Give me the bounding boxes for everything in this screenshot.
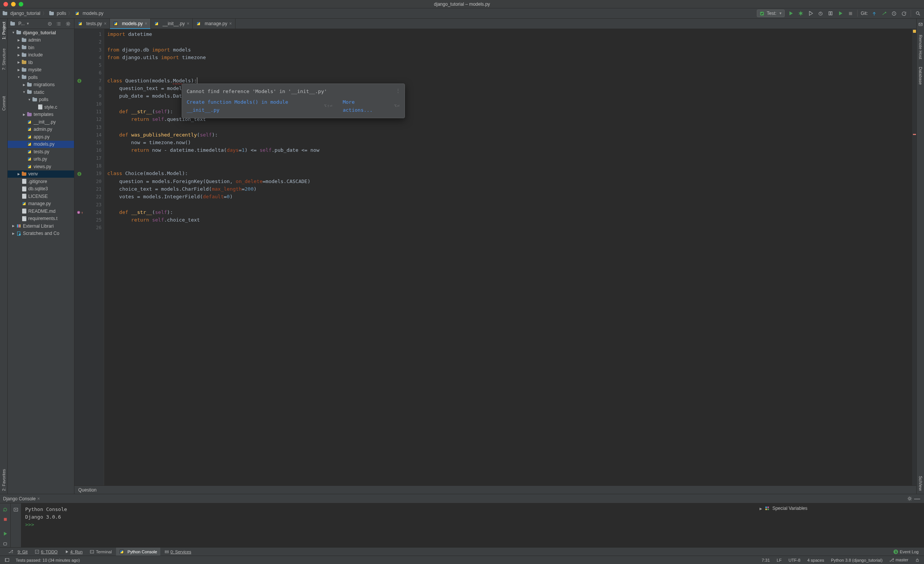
close-tab-icon[interactable]: × xyxy=(229,21,232,26)
project-tree[interactable]: django_tutorialadminbinincludelibmysitep… xyxy=(8,29,74,494)
line-number[interactable]: 11 xyxy=(84,108,102,116)
close-icon[interactable]: × xyxy=(37,496,40,501)
tree-item[interactable]: style.c xyxy=(8,103,74,111)
tree-item[interactable]: manage.py xyxy=(8,200,74,208)
error-marker[interactable] xyxy=(913,134,916,135)
tree-item[interactable]: admin xyxy=(8,37,74,44)
database-tool-tab[interactable]: Database xyxy=(918,67,923,85)
tree-item[interactable]: polls xyxy=(8,96,74,104)
git-commit-button[interactable] xyxy=(880,10,888,17)
more-options-button[interactable]: ⋮ xyxy=(395,87,401,95)
tree-item[interactable]: .gitignore xyxy=(8,178,74,185)
line-number[interactable]: 23 xyxy=(84,201,102,209)
line-number[interactable]: 10 xyxy=(84,100,102,108)
tree-item[interactable]: django_tutorial xyxy=(8,29,74,37)
indent-indicator[interactable]: 4 spaces xyxy=(805,558,826,562)
expand-arrow-icon[interactable] xyxy=(17,46,21,50)
line-number[interactable]: 9 xyxy=(84,92,102,100)
intention-action-row[interactable]: Create function Models() in module __ini… xyxy=(182,97,405,116)
sciview-tool-tab[interactable]: SciView xyxy=(918,476,923,491)
project-tool-tab[interactable]: 1: Project xyxy=(2,22,6,39)
tree-item[interactable]: bin xyxy=(8,44,74,51)
hide-button[interactable]: — xyxy=(913,495,921,503)
tree-item[interactable]: requirements.t xyxy=(8,215,74,223)
editor-breadcrumb-bar[interactable]: Question xyxy=(74,485,916,494)
rerun-button[interactable] xyxy=(837,10,844,17)
line-number[interactable]: 25 xyxy=(84,216,102,224)
interpreter-indicator[interactable]: Python 3.8 (django_tutorial) xyxy=(829,558,884,562)
editor-tab[interactable]: tests.py× xyxy=(74,19,110,29)
line-number[interactable]: 18 xyxy=(84,162,102,170)
line-number[interactable]: 3 xyxy=(84,46,102,54)
tree-item[interactable]: migrations xyxy=(8,81,74,89)
expand-arrow-icon[interactable] xyxy=(11,231,15,235)
line-number[interactable]: 14 xyxy=(84,131,102,139)
expand-arrow-icon[interactable] xyxy=(11,224,15,228)
tree-item[interactable]: apps.py xyxy=(8,133,74,141)
tree-item[interactable]: External Librari xyxy=(8,222,74,230)
tree-item[interactable]: templates xyxy=(8,111,74,119)
lock-icon[interactable] xyxy=(913,556,921,564)
settings-button[interactable] xyxy=(906,495,913,503)
tree-item[interactable]: admin.py xyxy=(8,126,74,133)
terminal-tool-tab[interactable]: Terminal xyxy=(87,548,115,556)
tree-item[interactable]: views.py xyxy=(8,163,74,170)
caret-position-indicator[interactable]: 7:31 xyxy=(760,558,772,562)
line-number[interactable]: 15 xyxy=(84,139,102,146)
expand-arrow-icon[interactable] xyxy=(22,90,26,94)
console-tab[interactable]: Django Console xyxy=(3,496,35,501)
git-update-button[interactable] xyxy=(870,10,878,17)
line-number[interactable]: 4 xyxy=(84,54,102,61)
tree-item[interactable]: README.md xyxy=(8,207,74,215)
settings-button[interactable] xyxy=(64,20,72,27)
tree-item[interactable]: mysite xyxy=(8,66,74,74)
encoding-indicator[interactable]: UTF-8 xyxy=(787,558,802,562)
python-console-tool-tab[interactable]: Python Console xyxy=(116,548,160,556)
coverage-button[interactable] xyxy=(807,10,814,17)
line-number[interactable]: 21 xyxy=(84,185,102,193)
tree-item[interactable]: static xyxy=(8,88,74,96)
line-number[interactable]: 24 xyxy=(84,209,102,216)
rerun-button[interactable] xyxy=(2,506,9,513)
editor-tab[interactable]: models.py× xyxy=(110,19,151,29)
breadcrumb-item[interactable]: django_tutorial xyxy=(2,11,40,16)
stop-button[interactable] xyxy=(847,10,854,17)
code-editor[interactable]: import datetime from django.db import mo… xyxy=(104,29,912,485)
line-number[interactable]: 16 xyxy=(84,146,102,154)
expand-arrow-icon[interactable] xyxy=(17,172,21,176)
tree-item[interactable]: urls.py xyxy=(8,156,74,163)
line-number[interactable]: 1 xyxy=(84,31,102,38)
structure-tool-tab[interactable]: 7: Structure xyxy=(2,48,6,70)
tree-item[interactable]: LICENSE xyxy=(8,193,74,200)
close-tab-icon[interactable]: × xyxy=(145,21,147,26)
event-log-tool-tab[interactable]: 1 Event Log xyxy=(890,548,922,556)
variables-panel[interactable]: ▶ Special Variables xyxy=(756,503,924,547)
line-number[interactable]: 17 xyxy=(84,154,102,162)
line-number[interactable]: 20 xyxy=(84,178,102,185)
expand-arrow-icon[interactable] xyxy=(22,112,26,116)
concurrency-button[interactable] xyxy=(827,10,834,17)
line-number[interactable]: 22 xyxy=(84,193,102,201)
close-tab-icon[interactable]: × xyxy=(187,21,189,26)
line-number[interactable]: 8 xyxy=(84,85,102,92)
breadcrumb-item[interactable]: polls xyxy=(49,11,66,16)
remote-host-tool-tab[interactable]: Remote Host xyxy=(918,35,923,59)
run-button[interactable] xyxy=(787,10,795,17)
tree-item[interactable]: polls xyxy=(8,74,74,81)
line-number[interactable]: 19 xyxy=(84,170,102,177)
expand-arrow-icon[interactable] xyxy=(17,76,21,79)
line-separator-indicator[interactable]: LF xyxy=(775,558,784,562)
override-gutter-icon[interactable]: o xyxy=(77,210,81,214)
git-rollback-button[interactable] xyxy=(900,10,908,17)
close-tab-icon[interactable]: × xyxy=(104,21,106,26)
error-stripe[interactable] xyxy=(912,29,916,485)
expand-arrow-icon[interactable] xyxy=(17,61,21,64)
tests-status[interactable]: Tests passed: 10 (34 minutes ago) xyxy=(14,558,82,562)
run-tool-tab[interactable]: 4: Run xyxy=(62,548,85,556)
sidebar-title[interactable]: P... xyxy=(18,21,24,26)
console-prompt[interactable]: >>> xyxy=(25,522,34,527)
editor-tab[interactable]: manage.py× xyxy=(193,19,235,29)
tree-item[interactable]: lib xyxy=(8,59,74,66)
line-number[interactable]: 26 xyxy=(84,224,102,231)
expand-arrow-icon[interactable] xyxy=(17,68,21,72)
